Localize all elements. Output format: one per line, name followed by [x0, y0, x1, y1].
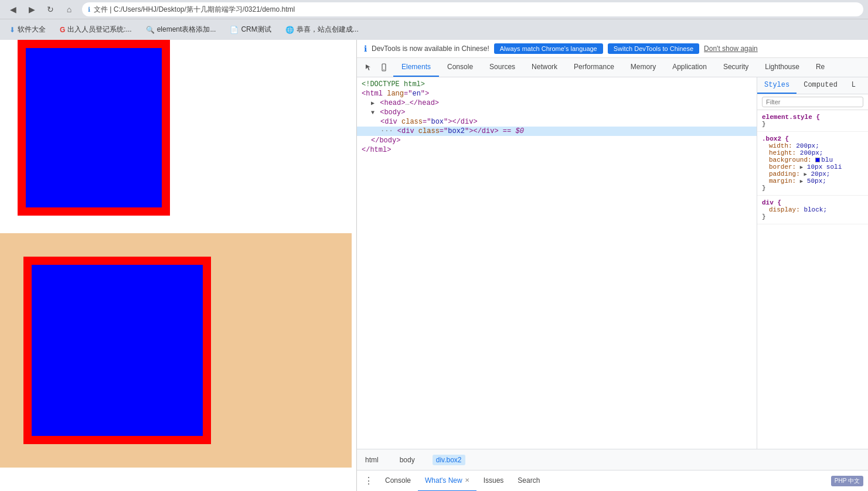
bookmarks-bar: ⬇ 软件大全 G 出入人员登记系统:... 🔍 element表格添加... 📄… [0, 19, 868, 40]
filter-input[interactable] [762, 97, 863, 107]
close-whats-new[interactable]: ✕ [465, 477, 469, 483]
html-tag[interactable]: <html lang="en"> [357, 89, 757, 98]
console-tab-whatsnew[interactable]: What's New ✕ [418, 470, 476, 492]
color-swatch-bg[interactable] [815, 158, 820, 162]
breadcrumb-bar: html body div.box2 [357, 449, 868, 470]
styles-filter [757, 94, 868, 110]
html-body-close: </body> [357, 136, 757, 145]
console-tab-issues[interactable]: Issues [476, 470, 511, 492]
whats-new-label: What's New [425, 476, 462, 485]
tab-lighthouse[interactable]: Lighthouse [757, 58, 808, 77]
bookmark-register[interactable]: G 出入人员登记系统:... [55, 22, 137, 37]
tab-more[interactable]: Re [808, 58, 833, 77]
css-block-div: div { display: block; } [757, 196, 868, 224]
tab-sources[interactable]: Sources [481, 58, 523, 77]
bookmark-label-4: CRM测试 [241, 25, 271, 35]
elements-panel[interactable]: <!DOCTYPE html> <html lang="en"> ▶ <head… [357, 77, 757, 449]
bookmark-label-2: 出入人员登记系统:... [67, 25, 131, 35]
forward-button[interactable]: ▶ [23, 1, 40, 18]
bookmark-icon-2: G [60, 26, 65, 34]
tab-console[interactable]: Console [439, 58, 481, 77]
box1-inner [26, 48, 162, 207]
console-tab-console[interactable]: Console [378, 470, 418, 492]
lock-icon: ℹ [88, 6, 90, 13]
devtools-infobar: ℹ DevTools is now available in Chinese! … [357, 40, 868, 58]
html-div-box2[interactable]: ··· <div class="box2"></div> == $0 [357, 127, 757, 136]
bookmark-site[interactable]: 🌐 恭喜，站点创建成... [281, 22, 363, 37]
tab-application[interactable]: Application [664, 58, 715, 77]
console-tab-search[interactable]: Search [510, 470, 547, 492]
bookmark-icon-4: 📄 [230, 26, 239, 34]
box2-inner [32, 265, 203, 436]
devtools-tabs: Elements Console Sources Network Perform… [357, 58, 868, 77]
address-bar[interactable]: ℹ 文件 | C:/Users/HHJ/Desktop/第十几期前端学习/032… [82, 2, 863, 16]
bookmark-icon-5: 🌐 [285, 26, 294, 34]
html-doctype: <!DOCTYPE html> [357, 80, 757, 89]
info-icon: ℹ [364, 44, 367, 53]
infobar-message: DevTools is now available in Chinese! [372, 45, 489, 53]
btn-switch-chinese[interactable]: Switch DevTools to Chinese [608, 43, 699, 54]
mobile-icon[interactable] [377, 60, 391, 74]
styles-tabs: Styles Computed L [757, 77, 868, 94]
tab-memory[interactable]: Memory [622, 58, 664, 77]
back-button[interactable]: ◀ [5, 1, 21, 18]
expand-arrow-border[interactable]: ▶ [800, 165, 803, 171]
main-area: ℹ DevTools is now available in Chinese! … [0, 40, 868, 491]
btn-dont-show[interactable]: Don't show again [704, 45, 758, 53]
bookmark-software[interactable]: ⬇ 软件大全 [5, 22, 50, 37]
html-div-box[interactable]: <div class="box"></div> [357, 117, 757, 127]
bookmark-icon-1: ⬇ [9, 26, 15, 34]
breadcrumb-body[interactable]: body [396, 455, 418, 465]
html-close: </html> [357, 145, 757, 155]
bookmark-label-5: 恭喜，站点创建成... [297, 25, 359, 35]
breadcrumb-html[interactable]: html [362, 455, 382, 465]
svg-point-1 [383, 69, 384, 70]
css-block-element-style: element.style { } [757, 110, 868, 132]
tab-elements[interactable]: Elements [393, 58, 439, 77]
title-bar: ◀ ▶ ↻ ⌂ ℹ 文件 | C:/Users/HHJ/Desktop/第十几期… [0, 0, 868, 19]
nav-buttons: ◀ ▶ ↻ ⌂ [5, 1, 77, 18]
refresh-button[interactable]: ↻ [42, 1, 59, 18]
box2-outer [23, 257, 211, 444]
expand-arrow-margin[interactable]: ▶ [800, 179, 803, 185]
tab-performance[interactable]: Performance [566, 58, 622, 77]
css-block-box2: .box2 { width: 200px; height: 200px; bac… [757, 132, 868, 196]
bookmark-element[interactable]: 🔍 element表格添加... [141, 22, 221, 37]
box1-outer [18, 40, 170, 216]
page-content [0, 40, 356, 491]
devtools-panel: ℹ DevTools is now available in Chinese! … [356, 40, 868, 491]
bookmark-label-1: 软件大全 [18, 25, 46, 35]
styles-tab-layout[interactable]: L [845, 77, 863, 94]
bookmark-crm[interactable]: 📄 CRM测试 [225, 22, 275, 37]
devtools-body: <!DOCTYPE html> <html lang="en"> ▶ <head… [357, 77, 868, 449]
html-body[interactable]: ▼ <body> [357, 108, 757, 117]
expand-arrow-padding[interactable]: ▶ [804, 172, 806, 178]
styles-tab-computed[interactable]: Computed [796, 77, 845, 94]
console-bar: ⋮ Console What's New ✕ Issues Search [357, 470, 868, 491]
php-badge: PHP 中文 [831, 476, 863, 486]
toolbar-icons [359, 60, 393, 74]
styles-tab-styles[interactable]: Styles [757, 77, 796, 94]
cursor-icon[interactable] [362, 60, 376, 74]
console-menu-icon[interactable]: ⋮ [362, 473, 376, 489]
bookmark-icon-3: 🔍 [146, 26, 155, 34]
breadcrumb-div-box2[interactable]: div.box2 [433, 455, 465, 465]
tab-network[interactable]: Network [523, 58, 566, 77]
tab-security[interactable]: Security [715, 58, 757, 77]
address-text: 文件 | C:/Users/HHJ/Desktop/第十几期前端学习/0321/… [94, 5, 295, 15]
styles-panel: Styles Computed L element.style { } .box… [757, 77, 868, 449]
html-head[interactable]: ▶ <head>…</head> [357, 98, 757, 108]
bookmark-label-3: element表格添加... [157, 25, 216, 35]
box2-container [0, 233, 352, 468]
btn-match-language[interactable]: Always match Chrome's language [494, 43, 603, 54]
home-button[interactable]: ⌂ [61, 1, 77, 18]
